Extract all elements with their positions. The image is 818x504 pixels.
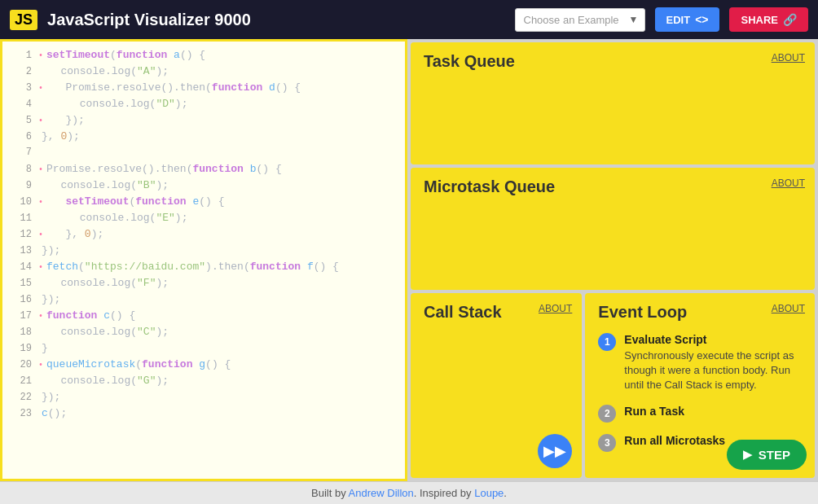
- code-token: function: [212, 81, 262, 94]
- share-button[interactable]: SHARE 🔗: [729, 7, 808, 32]
- code-token: queueMicrotask: [46, 358, 135, 370]
- next-icon: ▶▶: [543, 442, 566, 460]
- code-token: function: [142, 358, 192, 370]
- line-dot: •: [38, 165, 43, 174]
- task-queue-about[interactable]: ABOUT: [772, 52, 805, 64]
- code-area[interactable]: 1•setTimeout(function a() {2 console.log…: [2, 42, 405, 479]
- code-line: 10• setTimeout(function e() {: [2, 195, 405, 211]
- line-number: 1: [9, 50, 32, 61]
- microtask-queue-panel: Microtask Queue ABOUT: [411, 168, 815, 290]
- task-queue-title: Task Queue: [424, 52, 515, 70]
- code-text: });: [42, 293, 60, 305]
- code-token: "D": [156, 98, 174, 110]
- main-content: 1•setTimeout(function a() {2 console.log…: [0, 39, 818, 481]
- code-token: );: [175, 212, 188, 224]
- code-token: console.log(: [42, 212, 156, 224]
- code-token: );: [156, 277, 169, 289]
- code-line: 4 console.log("D");: [2, 97, 405, 113]
- code-panel: 1•setTimeout(function a() {2 console.log…: [0, 39, 407, 481]
- code-text: console.log("F");: [42, 277, 169, 289]
- line-number: 23: [9, 408, 32, 419]
- code-token: a: [167, 49, 180, 61]
- event-step-content: Run all Microtasks: [624, 434, 725, 447]
- code-token: ).then(: [205, 261, 250, 273]
- code-text: setTimeout(function a() {: [46, 49, 205, 61]
- code-line: 16 });: [2, 292, 405, 309]
- call-stack-about[interactable]: ABOUT: [539, 303, 572, 314]
- code-text: Promise.resolve().then(function b() {: [46, 163, 282, 175]
- step-button[interactable]: ▶ STEP: [727, 440, 807, 470]
- code-token: (: [110, 49, 117, 61]
- line-dot: •: [38, 51, 43, 60]
- code-line: 9 console.log("B");: [2, 178, 405, 195]
- code-token: console.log(: [42, 179, 137, 191]
- right-panel: Task Queue ABOUT Microtask Queue ABOUT C…: [407, 39, 818, 481]
- event-step-number: 1: [598, 333, 616, 351]
- task-queue-panel: Task Queue ABOUT: [411, 42, 815, 164]
- code-text: fetch("https://baidu.com").then(function…: [46, 261, 339, 273]
- code-line: 22 });: [2, 390, 405, 406]
- edit-button[interactable]: EDIT <>: [655, 7, 720, 32]
- line-number: 16: [9, 294, 32, 305]
- play-icon: ▶: [743, 448, 752, 461]
- code-token: g: [192, 358, 205, 370]
- code-line: 6 }, 0);: [2, 129, 405, 146]
- microtask-queue-about[interactable]: ABOUT: [772, 177, 805, 189]
- code-text: Promise.resolve().then(function d() {: [46, 81, 301, 94]
- line-number: 2: [9, 66, 32, 77]
- code-token: e: [187, 195, 200, 208]
- code-line: 21 console.log("G");: [2, 374, 405, 390]
- event-step-label: Run all Microtasks: [624, 434, 725, 447]
- example-select[interactable]: Choose an Example: [515, 8, 645, 32]
- code-token: "https://baidu.com": [85, 261, 205, 273]
- code-token: }: [42, 342, 48, 354]
- event-step-content: Evaluate ScriptSynchronously execute the…: [624, 333, 802, 393]
- code-text: console.log("D");: [42, 98, 187, 110]
- code-token: );: [156, 326, 169, 338]
- code-line: 2 console.log("A");: [2, 64, 405, 81]
- code-line: 1•setTimeout(function a() {: [2, 48, 405, 64]
- code-token: (: [135, 358, 142, 370]
- code-token: setTimeout: [65, 195, 129, 208]
- line-dot: •: [38, 263, 43, 272]
- code-token: d: [262, 81, 275, 94]
- code-line: 19 }: [2, 341, 405, 357]
- event-step-content: Run a Task: [624, 405, 684, 418]
- code-line: 5• });: [2, 113, 405, 129]
- footer-inspiration-link[interactable]: Loupe: [474, 487, 504, 499]
- event-loop-item: 1Evaluate ScriptSynchronously execute th…: [598, 333, 802, 393]
- code-token: "B": [137, 179, 156, 191]
- next-button[interactable]: ▶▶: [538, 434, 572, 468]
- code-token: console.log(: [42, 65, 137, 77]
- code-token: setTimeout: [46, 49, 110, 61]
- share-label: SHARE: [741, 14, 778, 26]
- line-dot: •: [38, 361, 43, 370]
- code-token: console.log(: [42, 375, 137, 387]
- code-token: console.log(: [42, 326, 137, 338]
- line-number: 21: [9, 375, 32, 387]
- code-token: [46, 195, 65, 208]
- line-number: 12: [9, 229, 32, 240]
- line-number: 9: [9, 180, 32, 191]
- line-number: 18: [9, 327, 32, 338]
- event-loop-about[interactable]: ABOUT: [772, 303, 805, 314]
- code-token: () {: [199, 195, 224, 208]
- header: JS JavaScript Visualizer 9000 Choose an …: [0, 0, 818, 39]
- code-token: (: [78, 261, 85, 273]
- code-token: );: [67, 130, 80, 142]
- footer-author-link[interactable]: Andrew Dillon: [349, 487, 414, 499]
- code-token: function: [117, 49, 167, 61]
- event-step-desc: Synchronously execute the script as thou…: [624, 348, 802, 393]
- code-token: () {: [314, 261, 339, 273]
- line-number: 15: [9, 278, 32, 289]
- code-token: () {: [275, 81, 301, 94]
- link-icon: 🔗: [783, 13, 797, 26]
- event-loop-title: Event Loop: [598, 303, 687, 321]
- code-token: c: [97, 309, 110, 322]
- code-text: });: [46, 114, 85, 126]
- step-label: STEP: [759, 448, 790, 462]
- code-line: 14•fetch("https://baidu.com").then(funct…: [2, 260, 405, 276]
- code-text: console.log("C");: [42, 326, 169, 338]
- line-number: 22: [9, 392, 32, 403]
- code-text: }, 0);: [42, 130, 80, 142]
